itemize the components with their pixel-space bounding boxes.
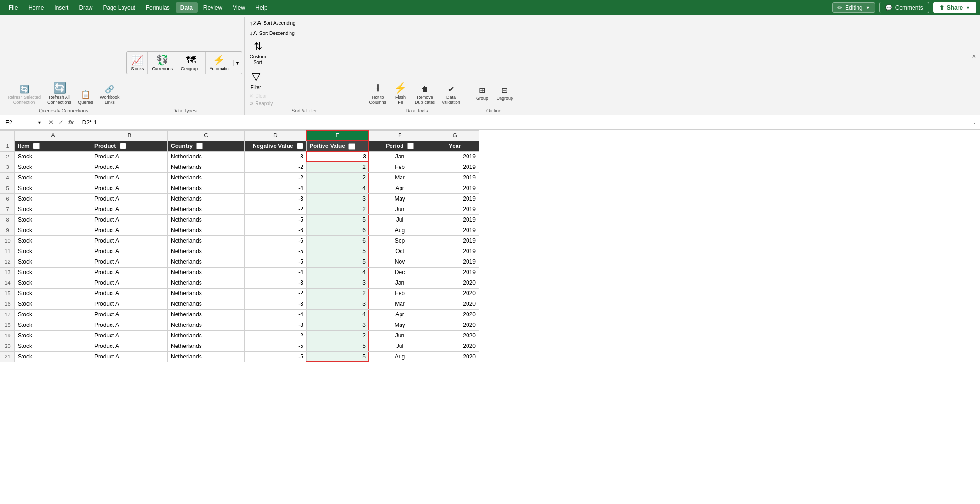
editing-button[interactable]: ✏ Editing ▼ [832, 2, 875, 13]
menu-draw[interactable]: Draw [74, 2, 97, 13]
cell-E-13[interactable]: 4 [307, 267, 369, 278]
cell-A-17[interactable]: Stock [15, 309, 91, 320]
menu-file[interactable]: File [4, 2, 22, 13]
comments-button[interactable]: 💬 Comments [879, 2, 929, 13]
cell-F-11[interactable]: Oct [369, 246, 431, 257]
cell-D-20[interactable]: -5 [245, 341, 307, 351]
cell-C-21[interactable]: Netherlands [168, 351, 245, 362]
cell-D-14[interactable]: -3 [245, 278, 307, 288]
formula-input[interactable] [77, 118, 969, 127]
menu-help[interactable]: Help [251, 2, 272, 13]
cell-A-20[interactable]: Stock [15, 341, 91, 351]
cell-A-16[interactable]: Stock [15, 299, 91, 309]
cell-D-3[interactable]: -2 [245, 162, 307, 172]
cell-F-8[interactable]: Jul [369, 214, 431, 225]
cell-G-20[interactable]: 2020 [431, 341, 479, 351]
cell-F-12[interactable]: Nov [369, 257, 431, 267]
cell-A-19[interactable]: Stock [15, 330, 91, 341]
automatic-btn[interactable]: ⚡ Automatic [206, 52, 233, 74]
cell-E-16[interactable]: 3 [307, 299, 369, 309]
ribbon-collapse-btn[interactable]: ∧ [972, 53, 976, 59]
cell-A-6[interactable]: Stock [15, 193, 91, 204]
cell-A-14[interactable]: Stock [15, 278, 91, 288]
currencies-btn[interactable]: 💱 Currencies [148, 52, 177, 74]
cell-B-3[interactable]: Product A [91, 162, 168, 172]
cell-G-2[interactable]: 2019 [431, 151, 479, 162]
cell-E-10[interactable]: 6 [307, 235, 369, 246]
cell-C-11[interactable]: Netherlands [168, 246, 245, 257]
cell-A-11[interactable]: Stock [15, 246, 91, 257]
cell-F-20[interactable]: Jul [369, 341, 431, 351]
filter-arrow-b[interactable]: ▼ [120, 143, 126, 149]
cell-D-9[interactable]: -6 [245, 225, 307, 235]
stocks-btn[interactable]: 📈 Stocks [127, 52, 148, 74]
menu-view[interactable]: View [228, 2, 250, 13]
header-item[interactable]: Item ▼ [15, 141, 91, 151]
cell-E-21[interactable]: 5 [307, 351, 369, 362]
cell-G-21[interactable]: 2020 [431, 351, 479, 362]
cell-C-7[interactable]: Netherlands [168, 204, 245, 214]
cell-D-21[interactable]: -5 [245, 351, 307, 362]
menu-data[interactable]: Data [176, 2, 198, 13]
header-product[interactable]: Product ▼ [91, 141, 168, 151]
col-header-e[interactable]: E [307, 130, 369, 141]
cell-F-2[interactable]: Jan [369, 151, 431, 162]
cell-A-7[interactable]: Stock [15, 204, 91, 214]
refresh-selected-btn[interactable]: 🔄 Refresh SelectedConnection [5, 84, 44, 107]
cell-B-9[interactable]: Product A [91, 225, 168, 235]
cell-G-7[interactable]: 2019 [431, 204, 479, 214]
queries-btn[interactable]: 📋 Queries [75, 89, 96, 107]
cell-G-17[interactable]: 2020 [431, 309, 479, 320]
cell-B-8[interactable]: Product A [91, 214, 168, 225]
text-to-columns-btn[interactable]: ⫲ Text toColumns [366, 81, 389, 107]
cell-G-3[interactable]: 2019 [431, 162, 479, 172]
cell-G-18[interactable]: 2020 [431, 320, 479, 330]
cell-B-19[interactable]: Product A [91, 330, 168, 341]
reapply-btn[interactable]: ↺ Reapply [246, 100, 276, 107]
cell-E-20[interactable]: 5 [307, 341, 369, 351]
cell-F-13[interactable]: Dec [369, 267, 431, 278]
cell-B-14[interactable]: Product A [91, 278, 168, 288]
cell-A-4[interactable]: Stock [15, 172, 91, 183]
ungroup-btn[interactable]: ⊟ Ungroup [493, 85, 516, 107]
cell-F-3[interactable]: Feb [369, 162, 431, 172]
cell-E-17[interactable]: 4 [307, 309, 369, 320]
cell-G-13[interactable]: 2019 [431, 267, 479, 278]
cell-G-5[interactable]: 2019 [431, 183, 479, 193]
cell-B-16[interactable]: Product A [91, 299, 168, 309]
cell-E-18[interactable]: 3 [307, 320, 369, 330]
cell-C-13[interactable]: Netherlands [168, 267, 245, 278]
cell-G-19[interactable]: 2020 [431, 330, 479, 341]
filter-arrow-c[interactable]: ▼ [196, 143, 203, 149]
cell-E-15[interactable]: 2 [307, 288, 369, 299]
cell-C-9[interactable]: Netherlands [168, 225, 245, 235]
cell-C-12[interactable]: Netherlands [168, 257, 245, 267]
cell-F-19[interactable]: Jun [369, 330, 431, 341]
col-header-g[interactable]: G [431, 130, 479, 141]
col-header-d[interactable]: D [245, 130, 307, 141]
cell-C-6[interactable]: Netherlands [168, 193, 245, 204]
cell-G-6[interactable]: 2019 [431, 193, 479, 204]
cell-C-4[interactable]: Netherlands [168, 172, 245, 183]
cell-C-2[interactable]: Netherlands [168, 151, 245, 162]
cell-A-15[interactable]: Stock [15, 288, 91, 299]
cell-G-12[interactable]: 2019 [431, 257, 479, 267]
custom-sort-btn[interactable]: ⇅ CustomSort [246, 38, 268, 67]
menu-insert[interactable]: Insert [49, 2, 73, 13]
cell-G-15[interactable]: 2020 [431, 288, 479, 299]
cell-B-15[interactable]: Product A [91, 288, 168, 299]
cell-B-5[interactable]: Product A [91, 183, 168, 193]
cell-D-11[interactable]: -5 [245, 246, 307, 257]
cell-F-15[interactable]: Feb [369, 288, 431, 299]
cell-F-18[interactable]: May [369, 320, 431, 330]
filter-arrow-e[interactable]: ▼ [348, 143, 355, 150]
cell-B-10[interactable]: Product A [91, 235, 168, 246]
cell-A-3[interactable]: Stock [15, 162, 91, 172]
cell-E-11[interactable]: 5 [307, 246, 369, 257]
cell-E-8[interactable]: 5 [307, 214, 369, 225]
cell-C-5[interactable]: Netherlands [168, 183, 245, 193]
refresh-all-btn[interactable]: 🔄 Refresh AllConnections [45, 81, 74, 107]
cell-F-10[interactable]: Sep [369, 235, 431, 246]
cell-C-3[interactable]: Netherlands [168, 162, 245, 172]
cell-G-11[interactable]: 2019 [431, 246, 479, 257]
